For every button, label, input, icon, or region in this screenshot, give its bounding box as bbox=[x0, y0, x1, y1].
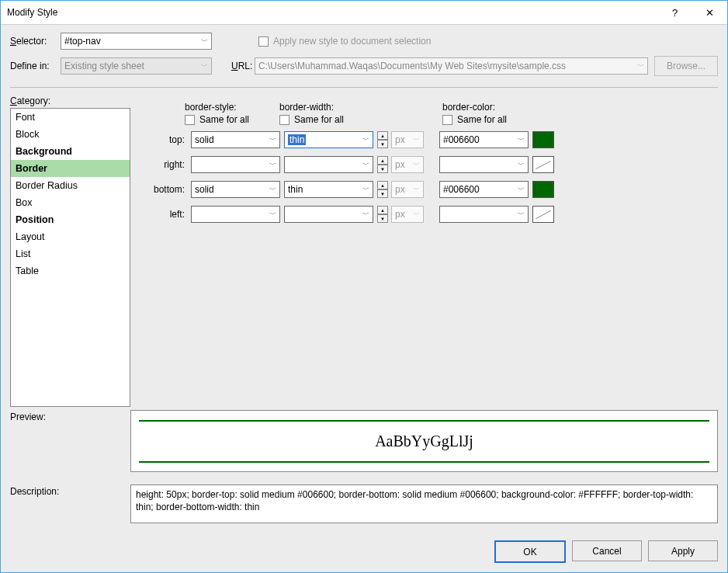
width-unit-right: px﹀ bbox=[391, 156, 424, 173]
chevron-down-icon: ﹀ bbox=[269, 185, 276, 195]
border-color-top[interactable]: #006600﹀ bbox=[439, 131, 529, 148]
same-for-all-width-checkbox[interactable] bbox=[279, 115, 289, 125]
category-item-font[interactable]: Font bbox=[11, 109, 130, 126]
preview-label: Preview: bbox=[10, 410, 130, 422]
category-item-background[interactable]: Background bbox=[11, 143, 130, 160]
category-label: Category: bbox=[10, 96, 130, 106]
titlebar: Modify Style ? ✕ bbox=[1, 1, 727, 25]
url-input: C:\Users\Muhammad.Waqas\Documents\My Web… bbox=[255, 57, 648, 75]
border-width-left[interactable]: ﹀ bbox=[284, 206, 373, 223]
chevron-down-icon: ﹀ bbox=[637, 61, 644, 71]
category-item-position[interactable]: Position bbox=[11, 211, 130, 228]
border-color-bottom[interactable]: #006600﹀ bbox=[439, 181, 529, 198]
border-style-right[interactable]: ﹀ bbox=[191, 156, 280, 173]
chevron-down-icon: ﹀ bbox=[518, 160, 525, 170]
border-style-left[interactable]: ﹀ bbox=[191, 206, 280, 223]
chevron-down-icon: ﹀ bbox=[269, 160, 276, 170]
side-label-bottom: bottom: bbox=[154, 184, 191, 195]
cancel-button[interactable]: Cancel bbox=[572, 540, 642, 561]
category-item-list[interactable]: List bbox=[11, 245, 130, 262]
border-width-top[interactable]: thin﹀ bbox=[284, 131, 373, 148]
selector-value: #top-nav bbox=[64, 36, 101, 47]
width-spinner-left[interactable]: ▲▼ bbox=[377, 206, 388, 223]
chevron-down-icon: ﹀ bbox=[201, 61, 208, 71]
url-value: C:\Users\Muhammad.Waqas\Documents\My Web… bbox=[258, 61, 566, 71]
border-color-header: border-color: bbox=[442, 102, 495, 113]
border-row-left: left:﹀﹀▲▼px﹀﹀ bbox=[154, 206, 718, 223]
apply-to-selection-label: Apply new style to document selection bbox=[273, 36, 431, 47]
category-list[interactable]: FontBlockBackgroundBorderBorder RadiusBo… bbox=[10, 108, 130, 407]
chevron-down-icon: ﹀ bbox=[413, 185, 420, 195]
chevron-down-icon: ﹀ bbox=[413, 210, 420, 220]
color-swatch-bottom[interactable] bbox=[532, 181, 554, 198]
border-width-right[interactable]: ﹀ bbox=[284, 156, 373, 173]
side-label-left: left: bbox=[154, 209, 191, 220]
divider bbox=[10, 87, 718, 88]
preview-box: AaBbYyGgLlJj bbox=[130, 410, 718, 472]
url-label: URL: bbox=[231, 61, 255, 71]
border-row-right: right:﹀﹀▲▼px﹀﹀ bbox=[154, 156, 718, 173]
browse-button: Browse... bbox=[654, 56, 718, 76]
border-style-top[interactable]: solid﹀ bbox=[191, 131, 280, 148]
chevron-down-icon: ﹀ bbox=[269, 210, 276, 220]
border-style-bottom[interactable]: solid﹀ bbox=[191, 181, 280, 198]
same-for-all-style-checkbox[interactable] bbox=[185, 115, 195, 125]
chevron-down-icon: ﹀ bbox=[518, 185, 525, 195]
category-item-border[interactable]: Border bbox=[11, 160, 130, 177]
apply-button[interactable]: Apply bbox=[648, 540, 718, 561]
width-spinner-right[interactable]: ▲▼ bbox=[377, 156, 388, 173]
close-button[interactable]: ✕ bbox=[692, 1, 727, 24]
category-item-table[interactable]: Table bbox=[11, 262, 130, 280]
apply-to-selection-checkbox[interactable] bbox=[258, 36, 269, 47]
help-button[interactable]: ? bbox=[657, 1, 692, 24]
border-width-header: border-width: bbox=[279, 102, 442, 113]
define-in-value: Existing style sheet bbox=[64, 61, 144, 71]
chevron-down-icon: ﹀ bbox=[362, 210, 369, 220]
chevron-down-icon: ﹀ bbox=[362, 135, 369, 145]
color-swatch-left[interactable] bbox=[532, 206, 554, 223]
chevron-down-icon: ﹀ bbox=[518, 210, 525, 220]
chevron-down-icon: ﹀ bbox=[201, 36, 208, 47]
define-in-label: Define in: bbox=[10, 61, 61, 71]
window-title: Modify Style bbox=[7, 7, 657, 18]
color-swatch-right[interactable] bbox=[532, 156, 554, 173]
selector-label: Selector: bbox=[10, 36, 61, 47]
category-item-layout[interactable]: Layout bbox=[11, 228, 130, 245]
chevron-down-icon: ﹀ bbox=[269, 135, 276, 145]
description-box: height: 50px; border-top: solid medium #… bbox=[130, 484, 718, 523]
category-item-border-radius[interactable]: Border Radius bbox=[11, 177, 130, 194]
border-style-header: border-style: bbox=[185, 102, 279, 113]
width-unit-bottom: px﹀ bbox=[391, 181, 424, 198]
chevron-down-icon: ﹀ bbox=[518, 135, 525, 145]
modify-style-dialog: Modify Style ? ✕ Selector: #top-nav ﹀ Ap… bbox=[0, 0, 728, 573]
side-label-top: top: bbox=[154, 134, 191, 145]
chevron-down-icon: ﹀ bbox=[413, 135, 420, 145]
width-spinner-bottom[interactable]: ▲▼ bbox=[377, 181, 388, 198]
border-width-bottom[interactable]: thin﹀ bbox=[284, 181, 373, 198]
color-swatch-top[interactable] bbox=[532, 131, 554, 148]
width-spinner-top[interactable]: ▲▼ bbox=[377, 131, 388, 148]
ok-button[interactable]: OK bbox=[494, 540, 566, 563]
category-item-block[interactable]: Block bbox=[11, 126, 130, 143]
description-label: Description: bbox=[10, 484, 130, 497]
border-row-bottom: bottom:solid﹀thin﹀▲▼px﹀#006600﹀ bbox=[154, 181, 718, 198]
define-in-combo: Existing style sheet ﹀ bbox=[61, 57, 212, 75]
chevron-down-icon: ﹀ bbox=[413, 160, 420, 170]
chevron-down-icon: ﹀ bbox=[362, 185, 369, 195]
category-item-box[interactable]: Box bbox=[11, 194, 130, 211]
border-color-right[interactable]: ﹀ bbox=[439, 156, 529, 173]
preview-sample: AaBbYyGgLlJj bbox=[139, 420, 709, 463]
chevron-down-icon: ﹀ bbox=[362, 160, 369, 170]
border-color-left[interactable]: ﹀ bbox=[439, 206, 529, 223]
border-row-top: top:solid﹀thin﹀▲▼px﹀#006600﹀ bbox=[154, 131, 718, 148]
width-unit-left: px﹀ bbox=[391, 206, 424, 223]
border-settings: border-style: border-width: border-color… bbox=[130, 96, 718, 407]
selector-combo[interactable]: #top-nav ﹀ bbox=[61, 33, 212, 50]
same-for-all-color-checkbox[interactable] bbox=[442, 115, 452, 125]
side-label-right: right: bbox=[154, 159, 191, 170]
width-unit-top: px﹀ bbox=[391, 131, 424, 148]
